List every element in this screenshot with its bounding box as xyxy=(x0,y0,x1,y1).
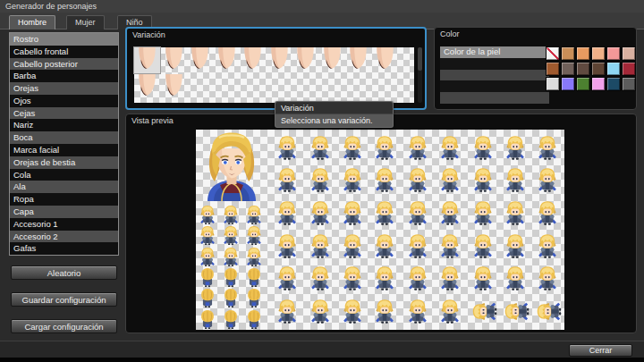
variation-thumb[interactable] xyxy=(345,47,371,73)
scrollbar-thumb[interactable] xyxy=(418,47,422,71)
battler-sprite xyxy=(531,295,564,328)
category-item[interactable]: Orejas xyxy=(10,82,118,95)
swatch-skin-orange[interactable] xyxy=(576,46,590,61)
swatch-crimson[interactable] xyxy=(622,62,636,76)
category-item[interactable]: Boca xyxy=(10,131,118,144)
battler-sprite xyxy=(531,230,564,263)
swatch-dark-brown[interactable] xyxy=(576,62,590,76)
swatch-skin-tan[interactable] xyxy=(561,46,575,61)
walk-sprite xyxy=(242,267,266,288)
save-config-button[interactable]: Guardar configuración xyxy=(11,292,117,307)
battler-sprite xyxy=(336,262,369,295)
category-item[interactable]: Cabello frontal xyxy=(10,46,118,58)
battler-sprite xyxy=(466,197,498,230)
battler-sprite xyxy=(466,164,498,198)
category-item[interactable]: Barba xyxy=(10,70,118,82)
category-item[interactable]: Cabello posterior xyxy=(10,58,118,71)
swatch-brown[interactable] xyxy=(546,62,560,76)
battler-sprite xyxy=(271,164,303,198)
window-titlebar[interactable]: Generador de personajes xyxy=(0,0,644,13)
swatch-violet[interactable] xyxy=(561,77,575,91)
variation-thumb[interactable] xyxy=(240,47,266,73)
battler-sprite xyxy=(402,262,434,295)
swatch-pink-lavender[interactable] xyxy=(591,77,606,91)
category-item[interactable]: Capa xyxy=(10,206,118,218)
walk-sprite xyxy=(196,308,219,329)
category-item[interactable]: Accesorio 1 xyxy=(10,218,118,231)
category-item[interactable]: Rostro xyxy=(10,33,118,46)
variation-thumb[interactable] xyxy=(187,47,213,73)
category-item[interactable]: Marca facial xyxy=(10,144,118,156)
category-item[interactable]: Cejas xyxy=(10,107,118,120)
color-option[interactable] xyxy=(440,58,549,70)
tab-mujer[interactable]: Mujer xyxy=(66,15,105,29)
walk-sprite xyxy=(196,225,219,246)
color-option[interactable]: Color de la piel xyxy=(440,46,549,58)
color-option[interactable] xyxy=(440,70,549,81)
category-list[interactable]: RostroCabello frontalCabello posteriorBa… xyxy=(9,32,119,256)
swatch-light-cyan[interactable] xyxy=(606,62,621,76)
color-option-list[interactable]: Color de la piel xyxy=(440,46,549,104)
category-item[interactable]: Ala xyxy=(10,181,118,193)
battler-sprite xyxy=(303,131,335,164)
battler-sprite xyxy=(499,295,531,328)
walk-sprite xyxy=(196,267,219,288)
variation-scrollbar[interactable] xyxy=(418,47,422,103)
variation-thumb[interactable] xyxy=(161,74,187,100)
swatch-skin-beige[interactable] xyxy=(622,46,636,61)
swatch-dark-teal[interactable] xyxy=(606,77,621,91)
category-item[interactable]: Ojos xyxy=(10,95,118,107)
swatch-silver[interactable] xyxy=(546,77,560,91)
battler-sprite xyxy=(369,295,401,328)
variation-thumb[interactable] xyxy=(161,47,187,73)
battler-sprite xyxy=(303,295,335,328)
swatch-gray[interactable] xyxy=(622,77,636,91)
variation-thumb[interactable] xyxy=(372,47,398,73)
variation-panel: Variación xyxy=(125,27,427,110)
color-option[interactable] xyxy=(440,92,549,104)
close-button[interactable]: Cerrar xyxy=(569,344,632,357)
battler-sprite xyxy=(466,131,498,164)
swatch-skin-pink[interactable] xyxy=(606,46,621,61)
category-item[interactable]: Ropa xyxy=(10,193,118,206)
battler-sprite xyxy=(336,230,369,263)
tooltip-text: Selecciona una variación. xyxy=(275,114,394,128)
battler-sprite-grid xyxy=(271,131,564,328)
swatch-green[interactable] xyxy=(576,77,590,91)
category-item[interactable]: Gafas xyxy=(10,242,118,255)
variation-thumb[interactable] xyxy=(214,47,240,73)
battler-sprite xyxy=(531,262,564,295)
battler-sprite xyxy=(402,197,434,230)
category-item[interactable]: Nariz xyxy=(10,119,118,131)
battler-sprite xyxy=(336,131,369,164)
variation-thumbnails[interactable] xyxy=(134,47,414,103)
battler-sprite xyxy=(336,164,369,198)
battler-sprite xyxy=(402,230,434,263)
variation-thumb[interactable] xyxy=(134,74,160,100)
variation-thumb[interactable] xyxy=(319,47,345,73)
load-config-button[interactable]: Cargar configuración xyxy=(11,319,117,333)
walk-sprite xyxy=(196,205,219,225)
battler-sprite xyxy=(434,197,466,230)
swatch-taupe[interactable] xyxy=(561,62,575,76)
swatch-none[interactable] xyxy=(546,46,560,61)
swatch-skin-peach[interactable] xyxy=(591,46,606,61)
variation-thumb[interactable] xyxy=(292,47,318,73)
battler-sprite xyxy=(369,197,401,230)
preview-area xyxy=(196,130,564,330)
swatch-umber[interactable] xyxy=(591,62,606,76)
battler-sprite xyxy=(303,164,335,198)
color-option[interactable] xyxy=(440,80,549,92)
category-item[interactable]: Cola xyxy=(10,169,118,181)
battler-sprite xyxy=(466,295,498,328)
variation-thumb[interactable] xyxy=(267,47,292,73)
variation-thumb[interactable] xyxy=(134,47,160,73)
window-title: Generador de personajes xyxy=(5,2,97,11)
battler-sprite xyxy=(336,197,369,230)
battler-sprite xyxy=(271,197,303,230)
tab-hombre[interactable]: Hombre xyxy=(9,15,55,29)
category-item[interactable]: Orejas de bestia xyxy=(10,156,118,169)
random-button[interactable]: Aleatorio xyxy=(11,265,117,280)
battler-sprite xyxy=(434,164,466,198)
category-item[interactable]: Accesorio 2 xyxy=(10,231,118,243)
